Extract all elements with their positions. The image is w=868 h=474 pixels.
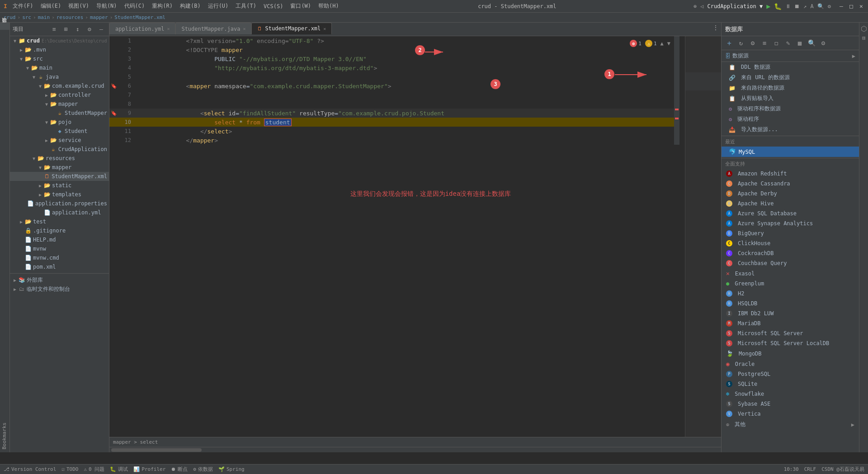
tab-studentmapper-java[interactable]: StudentMapper.java ✕ — [175, 23, 251, 34]
toolbar-btn-3[interactable]: ⏸ — [785, 3, 791, 9]
issues-btn[interactable]: ⚠ 0 问题 — [84, 466, 104, 473]
azure-sql-item[interactable]: A Azure SQL Database — [722, 209, 859, 218]
error-nav-up[interactable]: ▲ — [660, 40, 664, 47]
apache-hive-item[interactable]: H Apache Hive — [722, 199, 859, 209]
debug-btn[interactable]: 🐛 — [774, 3, 782, 10]
toolbar-btn-4[interactable]: ⏹ — [794, 3, 800, 9]
studentmapper-java-tab-close[interactable]: ✕ — [243, 26, 245, 31]
tree-item-mvnwcmd[interactable]: ▶ 📄 mvnw.cmd — [10, 253, 109, 262]
h2-item[interactable]: H H2 — [722, 289, 859, 299]
db-filter-btn[interactable]: 🔍 — [807, 38, 816, 48]
menu-tools[interactable]: 工具(T) — [234, 2, 258, 10]
menu-edit[interactable]: 编辑(E) — [39, 2, 63, 10]
mysql-item[interactable]: 🐬 MySQL — [722, 147, 859, 157]
tree-item-mapper-res[interactable]: ▼ 📂 mapper — [10, 163, 109, 172]
tree-item-appprop[interactable]: ▶ 📄 application.properties — [10, 199, 109, 208]
code-editor[interactable]: 1 <?xml version="1.0" encoding="UTF-8" ?… — [109, 36, 685, 437]
error-nav-down[interactable]: ▼ — [667, 40, 670, 47]
cockroachdb-item[interactable]: C CockroachDB — [722, 248, 859, 258]
tree-item-pomxml[interactable]: ▶ 📄 pom.xml — [10, 262, 109, 271]
line-endings-btn[interactable]: CRLF — [804, 466, 816, 472]
edge-btn-2[interactable]: ▥ — [860, 33, 868, 42]
tree-item-templates[interactable]: ▶ 📂 templates — [10, 190, 109, 199]
tree-item-studentmapper-xml[interactable]: ▶ 🗒 StudentMapper.xml — [10, 172, 109, 181]
mongodb-item[interactable]: 🍃 MongoDB — [722, 348, 859, 359]
menu-refactor[interactable]: 重构(R) — [150, 2, 175, 10]
tree-item-resources[interactable]: ▼ 📂 resources — [10, 154, 109, 163]
tree-item-crudapp[interactable]: ▶ ☕ CrudApplication — [10, 145, 109, 154]
left-tab-bookmarks[interactable]: Bookmarks — [0, 420, 9, 452]
maximize-btn[interactable]: □ — [848, 3, 854, 9]
clickhouse-item[interactable]: C ClickHouse — [722, 238, 859, 248]
menu-nav[interactable]: 导航(N) — [94, 2, 119, 10]
url-item[interactable]: 🔗 来自 URL 的数据源 — [722, 72, 859, 83]
menu-build[interactable]: 构建(B) — [178, 2, 203, 10]
tree-item-pojo[interactable]: ▼ 📂 pojo — [10, 118, 109, 127]
settings-btn[interactable]: ⚙ — [828, 3, 831, 9]
hsqldb-item[interactable]: H HSQLDB — [722, 299, 859, 308]
menu-code[interactable]: 代码(C) — [123, 2, 147, 10]
menu-vcs[interactable]: VCS(S) — [262, 3, 285, 9]
driver-datasource-item[interactable]: ⚙ 驱动程序和数据源 — [722, 104, 859, 114]
mssql-local-item[interactable]: S Microsoft SQL Server LocalDB — [722, 338, 859, 348]
sidebar-collapse-icon[interactable]: ↕ — [73, 24, 83, 34]
breakpoints-btn[interactable]: ⏺ 断点 — [171, 466, 188, 473]
db-add-btn[interactable]: + — [724, 38, 734, 48]
greenplum-item[interactable]: ● Greenplum — [722, 279, 859, 289]
services-btn[interactable]: ⚙ 依数据 — [193, 466, 213, 473]
close-btn[interactable]: ✕ — [858, 3, 864, 9]
tree-item-controller[interactable]: ▶ 📂 controller — [10, 90, 109, 100]
exasol-item[interactable]: ✕ Exasol — [722, 268, 859, 279]
couchbase-item[interactable]: C Couchbase Query — [722, 258, 859, 268]
ibm-item[interactable]: I IBM Db2 LUW — [722, 308, 859, 318]
tree-item-test[interactable]: ▶ 📂 test — [10, 217, 109, 226]
tree-item-static[interactable]: ▶ 📂 static — [10, 181, 109, 190]
profiler-btn[interactable]: 📊 Profiler — [133, 466, 165, 472]
breadcrumb-main[interactable]: main — [38, 14, 50, 20]
apache-derby-item[interactable]: D Apache Derby — [722, 189, 859, 199]
tree-item-java[interactable]: ▼ ☕ java — [10, 72, 109, 81]
debug-btn[interactable]: 🐛 调试 — [110, 466, 128, 473]
tree-item-main[interactable]: ▼ 📂 main — [10, 63, 109, 72]
breadcrumb-file[interactable]: StudentMapper.xml — [114, 14, 165, 20]
horizontal-scrollbar[interactable] — [109, 447, 721, 452]
db-refresh-btn[interactable]: ↻ — [736, 38, 746, 48]
sybase-item[interactable]: S Sybase ASE — [722, 399, 859, 409]
path-item[interactable]: 📁 来自路径的数据源 — [722, 83, 859, 93]
tree-item-src[interactable]: ▼ 📂 src — [10, 54, 109, 63]
import-item[interactable]: 📥 导入数据源... — [722, 124, 859, 135]
tree-item-com[interactable]: ▼ 📂 com.example.crud — [10, 81, 109, 90]
apache-cassandra-item[interactable]: C Apache Cassandra — [722, 179, 859, 189]
tree-item-student[interactable]: ▶ ◆ Student — [10, 127, 109, 136]
spring-btn[interactable]: 🌱 Spring — [218, 466, 245, 472]
tree-item-external[interactable]: ▶ 📚 外部库 — [10, 275, 109, 284]
sidebar-layout-icon[interactable]: ≡ — [49, 24, 59, 34]
vertica-item[interactable]: V Vertica — [722, 409, 859, 419]
left-tab-project[interactable]: 项目 — [0, 23, 9, 30]
sqlite-item[interactable]: S SQLite — [722, 379, 859, 389]
menu-help[interactable]: 帮助(H) — [316, 2, 341, 10]
search-everywhere-btn[interactable]: 🔍 — [817, 3, 824, 9]
toolbar-btn-5[interactable]: ↗ — [803, 3, 807, 9]
db-menu-btn[interactable]: ≡ — [760, 38, 769, 48]
csdn-link[interactable]: CSDN @石磊说天易 — [821, 466, 864, 473]
driver-item[interactable]: ⚙ 驱动程序 — [722, 114, 859, 124]
db-expand-btn[interactable]: ◻ — [771, 38, 781, 48]
version-control-btn[interactable]: ⎇ Version Control — [4, 466, 56, 472]
db-settings-btn[interactable]: ⚙ — [818, 38, 828, 48]
toolbar-btn-2[interactable]: ◁ — [700, 3, 703, 9]
db-grid-btn[interactable]: ▦ — [795, 38, 805, 48]
sidebar-hide-icon[interactable]: – — [96, 24, 106, 34]
db-schema-btn[interactable]: ⚙ — [748, 38, 758, 48]
tree-item-service[interactable]: ▶ 📂 service — [10, 136, 109, 145]
appyml-tab-close[interactable]: ✕ — [167, 26, 170, 31]
tab-appyml[interactable]: application.yml ✕ — [109, 23, 175, 34]
bigquery-item[interactable]: B BigQuery — [722, 228, 859, 238]
tree-item-gitignore[interactable]: ▶ 🔒 .gitignore — [10, 226, 109, 235]
tab-more-btn[interactable]: ⋮ — [710, 23, 721, 36]
sidebar-grid-icon[interactable]: ⊞ — [61, 24, 71, 34]
ddl-item[interactable]: 📋 DDL 数据源 — [722, 62, 859, 72]
tree-item-appyml[interactable]: ▶ 📄 application.yml — [10, 208, 109, 217]
run-config[interactable]: CrudApplication ▼ — [707, 3, 763, 9]
tree-root[interactable]: ▼ 📁 crud E:\Documets\Desktop\crud — [10, 36, 109, 45]
